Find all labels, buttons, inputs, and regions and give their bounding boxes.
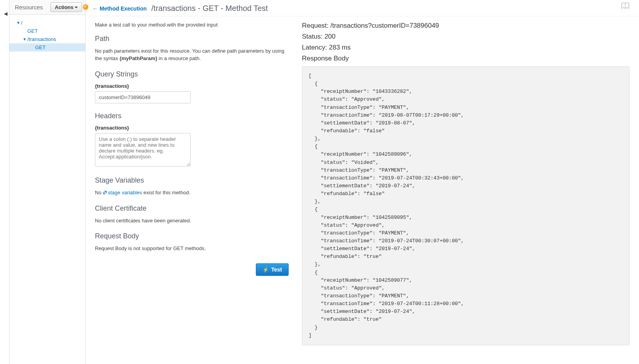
response-panel: Request: /transactions?customerID=738960… (302, 22, 630, 345)
headers-heading: Headers (95, 112, 290, 120)
sidebar-header: Resources Actions (9, 0, 85, 15)
sidebar: Resources Actions ▼ / GET ▼ /transaction… (9, 0, 86, 364)
request-form: Make a test call to your method with the… (95, 22, 290, 345)
response-latency: Latency: 283 ms (302, 44, 630, 51)
caret-down-icon (75, 7, 78, 8)
request-body-text: Request Body is not supported for GET me… (95, 245, 290, 252)
content: Make a test call to your method with the… (86, 16, 639, 355)
path-text: No path parameters exist for this resour… (95, 48, 290, 62)
actions-dropdown[interactable]: Actions (50, 2, 82, 12)
main-header: ← Method Execution /transactions - GET -… (86, 0, 639, 16)
stage-variables-text: No stage variables exist for this method… (95, 189, 290, 197)
stage-variables-link[interactable]: stage variables (103, 190, 142, 195)
back-to-method-execution[interactable]: ← Method Execution (93, 5, 147, 12)
response-status: Status: 200 (302, 33, 630, 41)
docs-book-icon[interactable] (621, 2, 630, 9)
twist-down-icon: ▼ (23, 37, 27, 41)
response-request: Request: /transactions?customerID=738960… (302, 22, 630, 30)
query-strings-heading: Query Strings (95, 70, 290, 78)
headers-input[interactable] (95, 133, 191, 167)
path-heading: Path (95, 35, 290, 43)
qs-field-label: {transactions} (95, 83, 290, 89)
page-title: /transactions - GET - Method Test (152, 4, 268, 13)
sidebar-collapse-handle[interactable]: ◀ (0, 0, 9, 364)
headers-field-label: {transactions} (95, 125, 290, 131)
tree-root-get[interactable]: GET (9, 27, 85, 35)
query-string-input[interactable] (95, 91, 191, 103)
tree-root-get-label: GET (27, 28, 38, 34)
tree-transactions[interactable]: ▼ /transactions (9, 35, 85, 43)
main: ← Method Execution /transactions - GET -… (86, 0, 639, 364)
client-certificate-heading: Client Certificate (95, 204, 290, 213)
resources-tree: ▼ / GET ▼ /transactions GET (9, 15, 85, 51)
test-button[interactable]: ⚡ Test (256, 263, 289, 276)
chevron-left-icon: ◀ (0, 11, 9, 16)
tree-transactions-get-label: GET (35, 44, 46, 50)
client-certificate-text: No client certificates have been generat… (95, 217, 290, 225)
stage-variables-heading: Stage Variables (95, 176, 290, 185)
sidebar-title: Resources (15, 4, 43, 11)
arrow-left-icon: ← (93, 5, 98, 12)
back-label: Method Execution (100, 5, 147, 12)
tree-root[interactable]: ▼ / (9, 19, 85, 27)
external-link-icon (103, 190, 107, 194)
response-body-label: Response Body (302, 55, 630, 62)
twist-down-icon: ▼ (16, 21, 21, 25)
actions-label: Actions (55, 4, 73, 10)
lightning-icon: ⚡ (262, 267, 269, 273)
intro-text: Make a test call to your method with the… (95, 22, 290, 28)
request-body-heading: Request Body (95, 232, 290, 240)
tree-transactions-get[interactable]: GET (9, 43, 85, 51)
tree-transactions-label: /transactions (27, 36, 56, 42)
test-button-label: Test (271, 266, 282, 273)
tree-root-label: / (21, 20, 23, 26)
response-body[interactable]: [ { "receiptNumber": "1043336282", "stat… (302, 66, 630, 345)
